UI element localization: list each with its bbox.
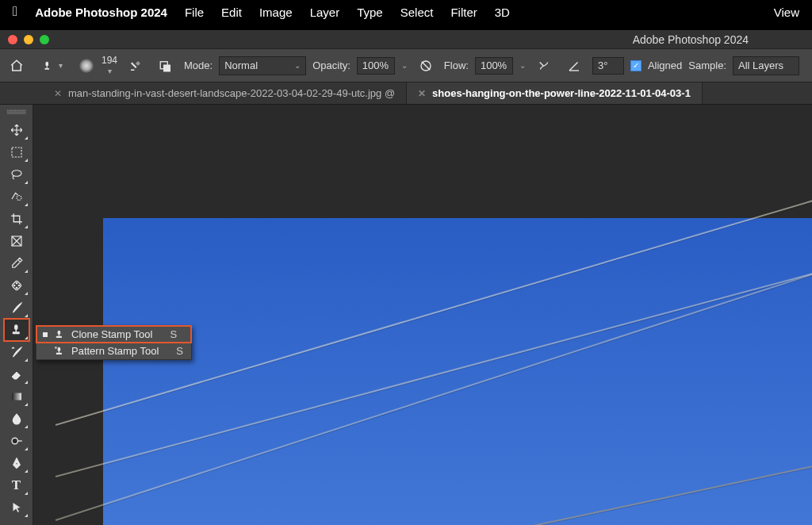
brush-preset-group[interactable]: 194 ▾ bbox=[76, 54, 117, 78]
dodge-tool[interactable] bbox=[4, 430, 29, 452]
menu-type[interactable]: Type bbox=[357, 6, 383, 19]
svg-rect-1 bbox=[46, 66, 47, 67]
eyedropper-tool[interactable] bbox=[4, 252, 29, 274]
menu-image[interactable]: Image bbox=[259, 6, 293, 19]
window-title: Adobe Photoshop 2024 bbox=[49, 33, 804, 46]
app-name[interactable]: Adobe Photoshop 2024 bbox=[35, 6, 167, 19]
window-minimize-button[interactable] bbox=[24, 35, 33, 44]
flyout-item-label: Pattern Stamp Tool bbox=[71, 345, 159, 357]
opacity-input[interactable]: 100% bbox=[357, 57, 395, 75]
document-tabs: ✕ man-standing-in-vast-desert-landscape-… bbox=[0, 82, 812, 105]
svg-rect-26 bbox=[56, 352, 62, 354]
window-controls bbox=[8, 35, 49, 44]
clone-stamp-flyout: Clone Stamp Tool S Pattern Stamp Tool S bbox=[36, 325, 192, 360]
menu-3d[interactable]: 3D bbox=[495, 6, 510, 19]
gradient-tool[interactable] bbox=[4, 385, 29, 408]
mode-select[interactable]: Normal ⌄ bbox=[219, 56, 306, 75]
menu-file[interactable]: File bbox=[185, 6, 204, 19]
move-tool[interactable] bbox=[4, 119, 29, 141]
svg-rect-28 bbox=[55, 347, 56, 347]
doc-tab-active[interactable]: ✕ shoes-hanging-on-the-power-line-2022-1… bbox=[407, 82, 703, 104]
tool-preset-picker[interactable]: ▾ bbox=[35, 54, 70, 78]
brush-tool[interactable] bbox=[4, 297, 29, 319]
aligned-checkbox[interactable]: ✓ bbox=[630, 60, 642, 71]
marquee-tool[interactable] bbox=[4, 141, 29, 163]
quick-selection-tool[interactable] bbox=[4, 186, 29, 208]
svg-rect-4 bbox=[163, 64, 170, 71]
chevron-down-icon[interactable]: ⌄ bbox=[401, 61, 408, 70]
path-selection-tool[interactable] bbox=[4, 496, 29, 519]
brush-preview-icon[interactable] bbox=[76, 54, 97, 78]
doc-tab-label: shoes-hanging-on-the-power-line-2022-11-… bbox=[432, 87, 691, 99]
svg-rect-21 bbox=[58, 330, 61, 334]
opacity-label: Opacity: bbox=[312, 59, 350, 71]
chevron-down-icon[interactable]: ⌄ bbox=[519, 61, 526, 70]
healing-brush-tool[interactable] bbox=[4, 274, 29, 297]
close-tab-icon[interactable]: ✕ bbox=[54, 88, 62, 99]
blur-tool[interactable] bbox=[4, 408, 29, 430]
flow-label: Flow: bbox=[444, 59, 469, 71]
clone-source-button[interactable] bbox=[154, 54, 178, 78]
airbrush-button[interactable] bbox=[532, 54, 556, 78]
menu-layer[interactable]: Layer bbox=[310, 6, 340, 19]
history-brush-tool[interactable] bbox=[4, 341, 29, 363]
canvas-area[interactable] bbox=[33, 105, 812, 525]
panel-grip[interactable] bbox=[7, 109, 26, 114]
type-tool[interactable]: T bbox=[4, 474, 29, 496]
menu-view[interactable]: View bbox=[774, 6, 799, 19]
svg-rect-10 bbox=[11, 281, 21, 291]
lasso-tool[interactable] bbox=[4, 163, 29, 186]
menu-filter[interactable]: Filter bbox=[450, 6, 477, 19]
main-area: T bbox=[0, 105, 812, 525]
svg-rect-17 bbox=[12, 331, 19, 334]
svg-rect-23 bbox=[56, 335, 62, 337]
home-button[interactable] bbox=[5, 54, 29, 78]
window-zoom-button[interactable] bbox=[40, 35, 49, 44]
options-bar: ▾ 194 ▾ Mode: Normal ⌄ Opacity: 100% ⌄ bbox=[0, 49, 812, 82]
chevron-down-icon: ⌄ bbox=[294, 61, 301, 70]
sample-select[interactable]: All Layers bbox=[733, 56, 799, 75]
clone-stamp-tool[interactable] bbox=[4, 319, 29, 341]
flyout-clone-stamp[interactable]: Clone Stamp Tool S bbox=[36, 326, 191, 343]
angle-input[interactable]: 3° bbox=[592, 57, 624, 75]
doc-tab-label: man-standing-in-vast-desert-landscape-20… bbox=[68, 87, 395, 99]
svg-point-20 bbox=[15, 463, 17, 465]
svg-point-14 bbox=[16, 287, 17, 289]
svg-point-13 bbox=[18, 285, 20, 286]
macos-menubar:  Adobe Photoshop 2024 File Edit Image L… bbox=[0, 0, 812, 24]
brush-settings-button[interactable] bbox=[124, 54, 147, 78]
flyout-shortcut: S bbox=[176, 345, 183, 357]
svg-rect-2 bbox=[44, 67, 49, 69]
sample-label: Sample: bbox=[688, 59, 726, 71]
svg-point-11 bbox=[16, 282, 17, 284]
svg-rect-22 bbox=[59, 335, 59, 336]
svg-rect-29 bbox=[56, 347, 56, 348]
eraser-tool[interactable] bbox=[4, 363, 29, 385]
window-titlebar: Adobe Photoshop 2024 bbox=[0, 30, 812, 49]
menu-edit[interactable]: Edit bbox=[221, 6, 242, 19]
flyout-shortcut: S bbox=[170, 328, 177, 340]
close-tab-icon[interactable]: ✕ bbox=[418, 88, 426, 99]
svg-rect-0 bbox=[45, 61, 48, 66]
mode-label: Mode: bbox=[184, 59, 213, 71]
selected-marker-icon bbox=[43, 332, 48, 337]
chevron-down-icon: ▾ bbox=[59, 61, 63, 70]
flyout-item-label: Clone Stamp Tool bbox=[71, 328, 152, 340]
pen-tool[interactable] bbox=[4, 452, 29, 474]
svg-rect-15 bbox=[14, 324, 18, 330]
svg-rect-16 bbox=[15, 330, 17, 331]
pressure-opacity-button[interactable] bbox=[414, 54, 438, 78]
menu-select[interactable]: Select bbox=[400, 6, 434, 19]
angle-icon[interactable] bbox=[562, 54, 586, 78]
brush-size-value[interactable]: 194 ▾ bbox=[102, 55, 117, 77]
apple-icon[interactable]:  bbox=[13, 4, 17, 20]
crop-tool[interactable] bbox=[4, 208, 29, 230]
doc-tab-inactive[interactable]: ✕ man-standing-in-vast-desert-landscape-… bbox=[43, 82, 407, 104]
flow-input[interactable]: 100% bbox=[475, 57, 513, 75]
frame-tool[interactable] bbox=[4, 230, 29, 252]
window-close-button[interactable] bbox=[8, 35, 17, 44]
aligned-label: Aligned bbox=[648, 59, 682, 71]
flyout-pattern-stamp[interactable]: Pattern Stamp Tool S bbox=[36, 343, 191, 359]
tools-panel: T bbox=[0, 105, 33, 525]
canvas-image bbox=[103, 218, 812, 525]
